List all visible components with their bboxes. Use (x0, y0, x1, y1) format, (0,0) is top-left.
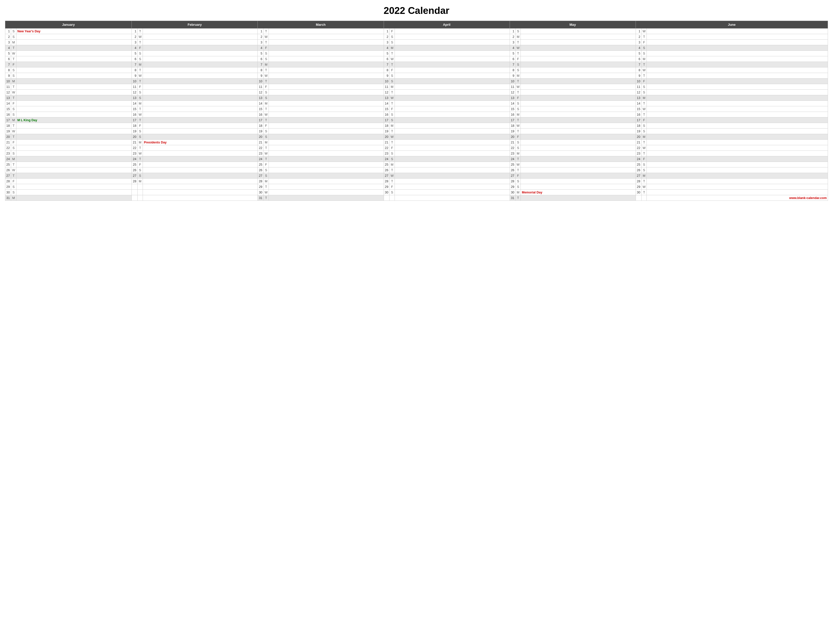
feb-holiday-19 (143, 129, 257, 134)
mar-holiday-20 (269, 134, 384, 140)
jan-day-letter-24: M (11, 156, 16, 162)
mar-day-num-16: 16 (258, 112, 264, 118)
jan-holiday-14 (16, 101, 132, 106)
mar-day-letter-18: F (264, 123, 269, 129)
jun-day-letter-4: S (642, 45, 647, 51)
feb-day-num-14: 14 (132, 101, 138, 106)
apr-day-letter-18: M (389, 123, 395, 129)
feb-holiday-29 (143, 184, 257, 190)
holiday-text-feb-21: Presidents Day (144, 141, 167, 144)
may-day-letter-23: M (515, 151, 521, 156)
apr-day-letter-16: S (389, 112, 395, 118)
mar-day-num-20: 20 (258, 134, 264, 140)
may-day-num-29: 29 (510, 184, 515, 190)
jan-holiday-16 (16, 112, 132, 118)
mar-day-num-25: 25 (258, 162, 264, 167)
may-holiday-27 (521, 173, 635, 179)
apr-holiday-10 (395, 79, 510, 84)
may-holiday-22 (521, 145, 635, 151)
feb-holiday-7 (143, 62, 257, 68)
jun-day-letter-1: W (642, 29, 647, 34)
may-day-letter-24: T (515, 156, 521, 162)
feb-day-num-4: 4 (132, 45, 138, 51)
apr-day-letter-26: T (389, 167, 395, 173)
jan-day-letter-10: M (11, 79, 16, 84)
header-march: March (258, 21, 384, 29)
jan-day-num-11: 11 (5, 84, 11, 90)
jun-holiday-11 (647, 84, 828, 90)
jan-day-num-2: 2 (5, 34, 11, 40)
apr-holiday-7 (395, 62, 510, 68)
mar-day-letter-9: W (264, 73, 269, 79)
may-holiday-17 (521, 118, 635, 123)
feb-day-letter-28: M (138, 179, 143, 184)
mar-holiday-9 (269, 73, 384, 79)
feb-day-letter-5: S (138, 51, 143, 56)
mar-day-letter-2: W (264, 34, 269, 40)
may-day-num-9: 9 (510, 73, 515, 79)
jun-day-letter-23: T (642, 151, 647, 156)
mar-day-letter-13: S (264, 95, 269, 101)
apr-day-letter-25: M (389, 162, 395, 167)
jan-day-letter-16: S (11, 112, 16, 118)
may-day-letter-6: F (515, 56, 521, 62)
apr-day-num-1: 1 (384, 29, 389, 34)
may-day-letter-31: T (515, 195, 521, 201)
apr-day-letter-20: W (389, 134, 395, 140)
apr-day-letter-23: S (389, 151, 395, 156)
mar-holiday-28 (269, 179, 384, 184)
jan-holiday-10 (16, 79, 132, 84)
jan-day-letter-18: T (11, 123, 16, 129)
feb-day-letter-2: W (138, 34, 143, 40)
apr-day-letter-30: S (389, 190, 395, 195)
jun-holiday-27 (647, 173, 828, 179)
apr-holiday-17 (395, 118, 510, 123)
feb-day-num-23: 23 (132, 151, 138, 156)
mar-day-letter-6: S (264, 56, 269, 62)
apr-holiday-3 (395, 40, 510, 45)
mar-holiday-8 (269, 68, 384, 73)
jan-day-num-1: 1 (5, 29, 11, 34)
jun-holiday-13 (647, 95, 828, 101)
feb-holiday-17 (143, 118, 257, 123)
apr-holiday-22 (395, 145, 510, 151)
feb-holiday-13 (143, 95, 257, 101)
jan-day-num-17: 17 (5, 118, 11, 123)
apr-holiday-27 (395, 173, 510, 179)
jun-day-letter-22: W (642, 145, 647, 151)
apr-day-letter-2: S (389, 34, 395, 40)
mar-holiday-19 (269, 129, 384, 134)
jun-day-num-18: 18 (635, 123, 642, 129)
mar-day-letter-29: T (264, 184, 269, 190)
jun-holiday-23 (647, 151, 828, 156)
feb-day-letter-6: S (138, 56, 143, 62)
apr-day-letter-14: T (389, 101, 395, 106)
jan-holiday-9 (16, 73, 132, 79)
mar-day-num-1: 1 (258, 29, 264, 34)
mar-day-letter-22: T (264, 145, 269, 151)
apr-holiday-26 (395, 167, 510, 173)
apr-day-letter-8: F (389, 68, 395, 73)
mar-day-letter-30: W (264, 190, 269, 195)
mar-holiday-18 (269, 123, 384, 129)
page-title: 2022 Calendar (5, 5, 828, 16)
jun-day-letter-11: S (642, 84, 647, 90)
jun-holiday-24 (647, 156, 828, 162)
mar-day-num-23: 23 (258, 151, 264, 156)
mar-day-letter-5: S (264, 51, 269, 56)
feb-day-letter-25: F (138, 162, 143, 167)
apr-day-num-18: 18 (384, 123, 389, 129)
feb-day-num-7: 7 (132, 62, 138, 68)
may-holiday-18 (521, 123, 635, 129)
apr-day-letter-31 (389, 195, 395, 201)
jan-holiday-4 (16, 45, 132, 51)
apr-day-letter-17: S (389, 118, 395, 123)
apr-holiday-16 (395, 112, 510, 118)
jun-day-num-8: 8 (635, 68, 642, 73)
calendar-table: January February March April May June 1S… (5, 21, 828, 201)
jan-day-letter-19: W (11, 129, 16, 134)
mar-day-letter-25: F (264, 162, 269, 167)
mar-holiday-14 (269, 101, 384, 106)
header-june: June (635, 21, 828, 29)
may-day-letter-2: M (515, 34, 521, 40)
